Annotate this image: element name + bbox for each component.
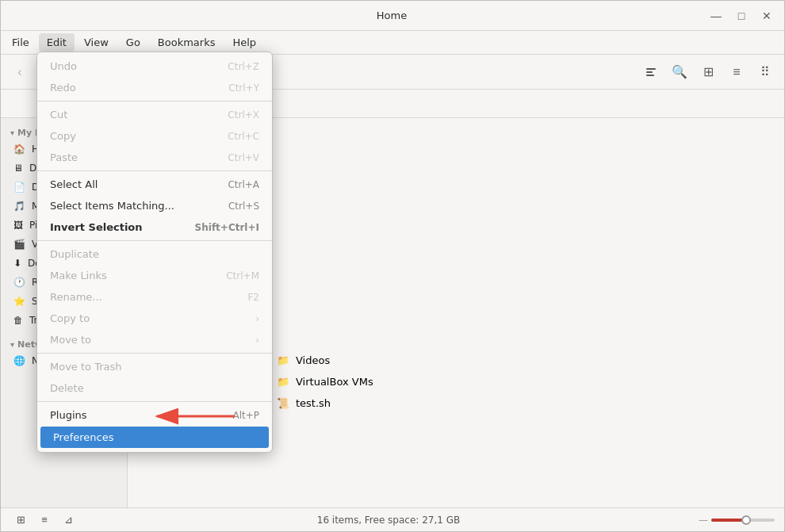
move-to-arrow: ›: [255, 335, 259, 346]
svg-rect-1: [646, 71, 653, 73]
slider-thumb[interactable]: [741, 515, 751, 525]
separator-2: [37, 170, 272, 171]
select-matching-label: Select Items Matching...: [50, 200, 174, 212]
my-files-arrow: ▾: [10, 128, 14, 137]
window-title: Home: [78, 10, 705, 21]
menu-item-cut[interactable]: Cut Ctrl+X: [37, 104, 272, 125]
starred-icon: ⭐: [13, 296, 25, 307]
view-list-button[interactable]: ≡: [724, 59, 749, 85]
network-icon: 🌐: [13, 355, 25, 366]
zoom-slider[interactable]: —: [699, 515, 775, 526]
make-links-label: Make Links: [50, 270, 107, 281]
music-icon: 🎵: [13, 201, 25, 212]
redo-shortcut: Ctrl+Y: [228, 82, 259, 94]
rename-shortcut: F2: [247, 292, 259, 303]
titlebar-controls: — □ ✕: [705, 5, 778, 27]
statusbar-list-button[interactable]: ≡: [34, 511, 55, 529]
menu-item-duplicate[interactable]: Duplicate: [37, 243, 272, 265]
make-links-shortcut: Ctrl+M: [226, 270, 259, 281]
downloads-icon: ⬇: [13, 258, 21, 269]
folder-icon: 📁: [277, 376, 289, 388]
menu-help[interactable]: Help: [224, 33, 264, 52]
cut-label: Cut: [50, 109, 67, 121]
menu-item-undo[interactable]: Undo Ctrl+Z: [37, 55, 272, 77]
file-item-videos[interactable]: 📁 Videos: [270, 351, 380, 369]
menu-item-move-to-trash[interactable]: Move to Trash: [37, 356, 272, 377]
view-extra-button[interactable]: ⠿: [752, 59, 778, 85]
rename-label: Rename...: [50, 291, 102, 303]
maximize-button[interactable]: □: [730, 5, 752, 27]
cut-shortcut: Ctrl+X: [228, 109, 259, 121]
invert-selection-label: Invert Selection: [50, 221, 143, 233]
script-icon: 📜: [277, 397, 289, 409]
zoom-minus-icon: —: [699, 515, 708, 526]
rename-location-button[interactable]: [638, 59, 664, 85]
move-to-trash-label: Move to Trash: [50, 361, 122, 373]
svg-rect-0: [646, 68, 656, 70]
titlebar: Home — □ ✕: [1, 1, 784, 31]
menu-go[interactable]: Go: [118, 33, 148, 52]
menu-item-select-matching[interactable]: Select Items Matching... Ctrl+S: [37, 195, 272, 216]
home-icon: 🏠: [13, 144, 25, 155]
copy-to-arrow: ›: [255, 313, 259, 324]
separator-5: [37, 401, 272, 402]
svg-rect-2: [646, 75, 654, 76]
menu-view[interactable]: View: [76, 33, 117, 52]
statusbar-extra-button[interactable]: ⊿: [58, 511, 78, 529]
documents-icon: 📄: [13, 182, 25, 193]
slider-track[interactable]: [711, 519, 775, 522]
window: Home — □ ✕ File Edit View Go Bookmarks H…: [0, 0, 785, 532]
close-button[interactable]: ✕: [756, 5, 778, 27]
redo-label: Redo: [50, 82, 76, 94]
paste-label: Paste: [50, 151, 78, 163]
separator-3: [37, 240, 272, 241]
desktop-icon: 🖥: [13, 163, 23, 174]
menu-item-redo[interactable]: Redo Ctrl+Y: [37, 77, 272, 98]
copy-label: Copy: [50, 130, 76, 142]
separator-1: [37, 101, 272, 101]
select-all-shortcut: Ctrl+A: [228, 179, 259, 190]
menu-item-select-all[interactable]: Select All Ctrl+A: [37, 174, 272, 195]
copy-shortcut: Ctrl+C: [228, 131, 259, 142]
preferences-label: Preferences: [53, 431, 113, 443]
pictures-icon: 🖼: [13, 220, 23, 231]
recent-icon: 🕐: [13, 277, 25, 288]
folder-icon: 📁: [277, 354, 289, 366]
file-name: Videos: [296, 354, 330, 366]
file-name: VirtualBox VMs: [296, 376, 373, 388]
move-to-label: Move to: [50, 334, 91, 346]
menu-item-preferences[interactable]: Preferences: [40, 427, 269, 448]
paste-shortcut: Ctrl+V: [228, 152, 259, 163]
undo-label: Undo: [50, 60, 77, 72]
menu-edit[interactable]: Edit: [39, 33, 75, 52]
menu-item-make-links[interactable]: Make Links Ctrl+M: [37, 265, 272, 286]
menu-item-invert-selection[interactable]: Invert Selection Shift+Ctrl+I: [37, 216, 272, 238]
menu-item-rename[interactable]: Rename... F2: [37, 286, 272, 308]
back-button[interactable]: ‹: [7, 59, 33, 85]
search-button[interactable]: 🔍: [667, 59, 692, 85]
videos-icon: 🎬: [13, 239, 25, 250]
plugins-label: Plugins: [50, 409, 87, 421]
file-item-testsh[interactable]: 📜 test.sh: [270, 394, 380, 412]
menu-item-paste[interactable]: Paste Ctrl+V: [37, 147, 272, 168]
select-matching-shortcut: Ctrl+S: [228, 201, 259, 212]
invert-selection-shortcut: Shift+Ctrl+I: [195, 222, 259, 233]
arrow-annotation: [147, 407, 243, 426]
menu-item-delete[interactable]: Delete: [37, 377, 272, 399]
file-name: test.sh: [296, 397, 331, 409]
separator-4: [37, 353, 272, 354]
statusbar: ⊞ ≡ ⊿ 16 items, Free space: 27,1 GB —: [1, 507, 784, 531]
menu-bookmarks[interactable]: Bookmarks: [150, 33, 224, 52]
copy-to-label: Copy to: [50, 312, 90, 324]
menu-item-move-to[interactable]: Move to ›: [37, 329, 272, 350]
file-item-virtualbox[interactable]: 📁 VirtualBox VMs: [270, 373, 380, 391]
menu-item-copy-to[interactable]: Copy to ›: [37, 308, 272, 329]
menu-file[interactable]: File: [4, 33, 37, 52]
undo-shortcut: Ctrl+Z: [228, 61, 259, 72]
view-grid-button[interactable]: ⊞: [695, 59, 721, 85]
menu-item-copy[interactable]: Copy Ctrl+C: [37, 125, 272, 147]
statusbar-grid-button[interactable]: ⊞: [10, 511, 31, 529]
minimize-button[interactable]: —: [705, 5, 727, 27]
delete-label: Delete: [50, 382, 84, 394]
duplicate-label: Duplicate: [50, 248, 99, 260]
